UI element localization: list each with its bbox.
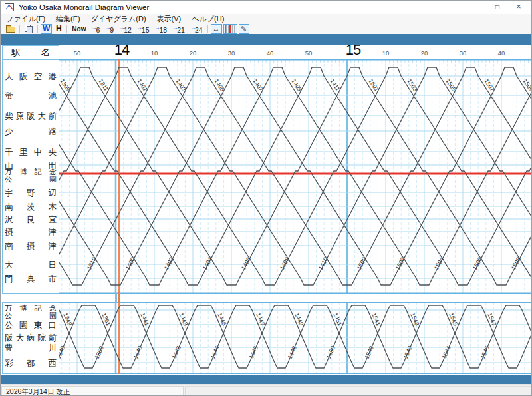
height-scale-label: H — [56, 24, 62, 33]
train-lines — [59, 67, 532, 285]
train-number: 1410 — [317, 256, 329, 271]
jump-arrow-icon: → — [91, 25, 96, 31]
hour-label: 14 — [114, 41, 129, 59]
status-empty-field — [185, 386, 531, 396]
train-line-down[interactable] — [59, 76, 85, 285]
train-number: 1402 — [163, 256, 175, 271]
station-name: 公園東口 — [5, 321, 57, 330]
minute-label: 50 — [74, 49, 81, 57]
app-window: Yoiko Osaka Monorail Diagram Viewer − □ … — [0, 0, 532, 396]
menu-bar: ファイル(F)編集(E)ダイヤグラム(D)表示(V)ヘルプ(H) — [1, 14, 532, 23]
station-header-box: 駅 名 — [2, 45, 59, 59]
train-line-up[interactable] — [509, 67, 532, 278]
minute-label: 40 — [498, 49, 505, 57]
grid — [59, 302, 532, 374]
station-name: 蛍池 — [5, 91, 57, 100]
draw-button[interactable]: ✎ — [239, 24, 249, 34]
revision-date-text: 2026年3月14日 改正 — [6, 387, 70, 395]
status-revision-field: 2026年3月14日 改正 — [1, 386, 184, 396]
train-line-down[interactable] — [92, 76, 239, 285]
train-number: 1508 — [510, 256, 522, 271]
jump-hour-label: 15 — [142, 26, 150, 34]
minute-label: 30 — [228, 49, 235, 57]
copy-button[interactable] — [23, 24, 35, 34]
station-name: 南茨木 — [5, 202, 57, 212]
train-line-down[interactable] — [208, 76, 355, 285]
diagram-grid-icon — [225, 25, 235, 33]
train-line-down[interactable] — [285, 76, 432, 285]
train-line-down[interactable] — [59, 76, 201, 285]
train-number: 1506 — [471, 256, 483, 271]
station-name: 豊川 — [5, 343, 57, 353]
toolbar: W H Now →6→9→12→15→18→21→24 ↔ ✎ — [1, 23, 532, 34]
toolbar-separator — [37, 25, 38, 33]
train-number: 1406 — [240, 256, 252, 271]
station-name: 彩都西 — [5, 359, 57, 368]
close-button[interactable]: × — [509, 1, 529, 13]
main-diagram-panel[interactable]: 1309131114011403140514071409141115011503… — [59, 59, 532, 294]
train-line-down[interactable] — [324, 76, 471, 285]
station-name: 柴原阪大前 — [5, 112, 57, 121]
top-band — [1, 34, 531, 45]
train-line-down[interactable] — [59, 76, 124, 285]
pen-icon: ✎ — [241, 25, 247, 33]
status-bar: 2026年3月14日 改正 — [1, 384, 531, 396]
train-line-up[interactable] — [59, 67, 170, 278]
menu-file[interactable]: ファイル(F) — [6, 14, 45, 24]
train-number: 1500 — [356, 256, 368, 271]
minute-label: 20 — [190, 49, 197, 57]
width-scale-button[interactable]: W — [41, 24, 52, 34]
station-name: 大阪空港 — [5, 72, 57, 81]
train-line-down[interactable] — [170, 76, 317, 285]
station-name: 宇野辺 — [5, 188, 57, 198]
train-line-down[interactable] — [247, 76, 394, 285]
train-number: 1504 — [433, 256, 445, 271]
train-number: 1509 — [521, 78, 532, 93]
jump-arrow-icon: → — [155, 25, 160, 31]
station-name: 南摂津 — [5, 242, 57, 251]
open-folder-icon — [6, 25, 15, 32]
open-file-button[interactable] — [4, 24, 17, 34]
train-line-up[interactable] — [59, 67, 131, 278]
station-name: 大日 — [5, 260, 57, 270]
train-line-down[interactable] — [522, 310, 532, 368]
fit-width-button[interactable]: ↔ — [211, 24, 222, 34]
train-line-down[interactable] — [362, 76, 509, 285]
station-header-char: 名 — [41, 47, 50, 59]
minute-label: 10 — [382, 49, 390, 57]
maximize-button[interactable]: □ — [487, 1, 507, 13]
train-number: 1310 — [86, 256, 98, 271]
train-number: 1348 — [59, 345, 66, 359]
jump-now-button[interactable]: Now — [70, 24, 88, 34]
toolbar-separator — [19, 25, 20, 33]
height-scale-button[interactable]: H — [53, 24, 64, 34]
hour-jump-group: →6→9→12→15→18→21→24 — [88, 23, 205, 35]
station-name: 千里中央 — [5, 148, 57, 157]
minute-label: 30 — [460, 49, 467, 57]
toolbar-separator — [66, 25, 67, 33]
train-line-up[interactable] — [519, 305, 532, 363]
train-line-down[interactable] — [401, 76, 532, 285]
hour-label: 15 — [346, 41, 360, 59]
hour-line-gap-segment — [115, 293, 117, 303]
fit-width-icon: ↔ — [213, 25, 220, 33]
station-header-char: 駅 — [11, 47, 20, 59]
train-line-down[interactable] — [131, 76, 278, 285]
branch-diagram-panel[interactable]: 1349135114411443144514471449145115411543… — [59, 302, 532, 374]
train-number: 1408 — [279, 256, 291, 271]
app-icon — [5, 3, 14, 11]
jump-hour-label: 24 — [195, 26, 203, 34]
station-panel-main: 大阪空港蛍池柴原阪大前少路千里中央山田万博記念公園宇野辺南茨木沢良宜摂津南摂津大… — [2, 59, 59, 294]
diagram-grid-button[interactable] — [223, 24, 237, 34]
bottom-band — [1, 375, 531, 384]
station-name: 沢良宜 — [5, 215, 57, 224]
station-name: 摂津 — [5, 228, 57, 237]
station-name: 公園 — [5, 312, 57, 319]
minimize-button[interactable]: − — [465, 1, 485, 13]
width-scale-label: W — [43, 24, 50, 33]
jump-hour-label: 12 — [124, 26, 132, 34]
toolbar-separator — [207, 25, 208, 33]
menu-edit[interactable]: 編集(E) — [56, 14, 80, 24]
station-name: 少路 — [5, 127, 57, 136]
station-panel-branch: 万博記念公園公園東口阪大病院前豊川彩都西 — [2, 302, 59, 374]
